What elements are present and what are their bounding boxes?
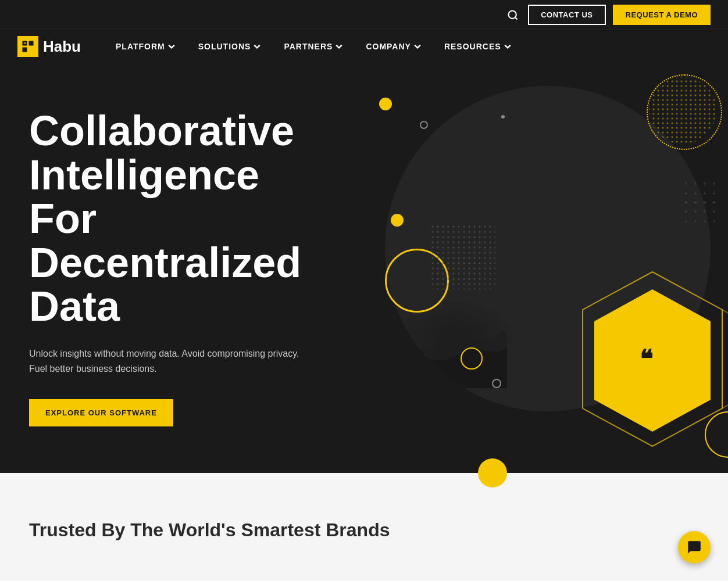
svg-rect-4 xyxy=(28,41,33,45)
svg-text:+: + xyxy=(703,190,706,196)
contact-button[interactable]: CONTACT US xyxy=(528,5,605,25)
svg-text:+: + xyxy=(703,199,706,206)
svg-text:+: + xyxy=(684,209,688,215)
svg-text:+: + xyxy=(712,209,716,215)
svg-rect-3 xyxy=(22,47,27,52)
yellow-ring-small-bottom xyxy=(461,347,483,370)
top-bar: CONTACT US REQUEST A DEMO xyxy=(0,0,728,30)
hero-subtitle: Unlock insights without moving data. Avo… xyxy=(29,346,308,376)
grey-dot-small xyxy=(420,121,428,129)
plus-pattern: ++++ ++++ ++++ ++++ ++++ xyxy=(684,179,719,225)
hero-graphic: ++++ ++++ ++++ ++++ ++++ ❝ xyxy=(333,63,728,469)
chevron-down-icon xyxy=(254,43,260,50)
svg-text:+: + xyxy=(703,209,706,215)
nav-item-solutions[interactable]: SOLUTIONS xyxy=(198,42,261,51)
small-ring-bottom xyxy=(492,379,501,388)
svg-text:❝: ❝ xyxy=(24,41,26,46)
chevron-down-icon xyxy=(168,43,175,50)
svg-text:+: + xyxy=(684,199,688,206)
trusted-title: Trusted By The World's Smartest Brands xyxy=(29,519,699,541)
svg-text:+: + xyxy=(712,181,716,187)
nav-item-company[interactable]: COMPANY xyxy=(366,42,421,51)
hero-section: Collaborative Intelligence For Decentral… xyxy=(0,63,728,473)
logo-mark: ❝ xyxy=(22,40,34,53)
svg-text:+: + xyxy=(694,218,697,224)
svg-text:+: + xyxy=(694,209,697,215)
white-section: Trusted By The World's Smartest Brands xyxy=(0,473,728,581)
chat-widget[interactable] xyxy=(678,531,711,564)
svg-text:+: + xyxy=(712,190,716,196)
logo-text: Habu xyxy=(43,38,81,56)
dotted-circle-small xyxy=(647,74,722,150)
hero-content: Collaborative Intelligence For Decentral… xyxy=(0,63,349,473)
svg-text:+: + xyxy=(694,199,697,206)
svg-text:+: + xyxy=(712,199,716,206)
logo-icon: ❝ xyxy=(17,36,38,57)
demo-button[interactable]: REQUEST A DEMO xyxy=(613,5,711,25)
yellow-dot-mid xyxy=(391,214,404,227)
svg-text:+: + xyxy=(712,218,716,224)
svg-text:+: + xyxy=(684,190,688,196)
search-icon xyxy=(507,9,519,21)
svg-rect-9 xyxy=(431,225,495,289)
wave-shape xyxy=(391,307,507,388)
chevron-down-icon xyxy=(414,43,421,50)
dot-grid-left xyxy=(431,225,495,292)
nav-menu: PLATFORM SOLUTIONS PARTNERS COMPANY RESO… xyxy=(116,42,511,51)
svg-text:+: + xyxy=(703,181,706,187)
nav-item-resources[interactable]: RESOURCES xyxy=(444,42,511,51)
svg-point-7 xyxy=(649,77,716,144)
search-button[interactable] xyxy=(505,7,521,23)
svg-text:+: + xyxy=(694,181,697,187)
dot-pattern-svg xyxy=(648,76,718,145)
dot-grid-svg xyxy=(431,225,495,289)
svg-text:❝: ❝ xyxy=(640,346,653,373)
svg-marker-33 xyxy=(722,310,728,408)
svg-text:+: + xyxy=(684,181,688,187)
svg-text:+: + xyxy=(684,218,688,224)
explore-button[interactable]: EXPLORE OUR SOFTWARE xyxy=(29,399,173,426)
navbar: ❝ Habu PLATFORM SOLUTIONS PARTNERS COMPA… xyxy=(0,30,728,63)
yellow-dot-transition xyxy=(478,458,507,487)
nav-item-partners[interactable]: PARTNERS xyxy=(284,42,342,51)
svg-text:+: + xyxy=(694,190,697,196)
svg-line-1 xyxy=(515,17,518,19)
nav-item-platform[interactable]: PLATFORM xyxy=(116,42,175,51)
yellow-dot-top xyxy=(379,98,392,110)
hexagon-container: ❝ xyxy=(571,266,728,452)
logo-link[interactable]: ❝ Habu xyxy=(17,36,81,57)
hexagon-svg: ❝ xyxy=(571,266,728,452)
chat-icon xyxy=(687,540,702,555)
svg-text:+: + xyxy=(703,218,706,224)
chevron-down-icon xyxy=(336,43,342,50)
chevron-down-icon xyxy=(504,43,511,50)
svg-point-0 xyxy=(509,10,516,18)
hero-title: Collaborative Intelligence For Decentral… xyxy=(29,109,320,329)
plus-grid: ++++ ++++ ++++ ++++ ++++ xyxy=(684,179,719,228)
tiny-dot xyxy=(501,115,505,119)
